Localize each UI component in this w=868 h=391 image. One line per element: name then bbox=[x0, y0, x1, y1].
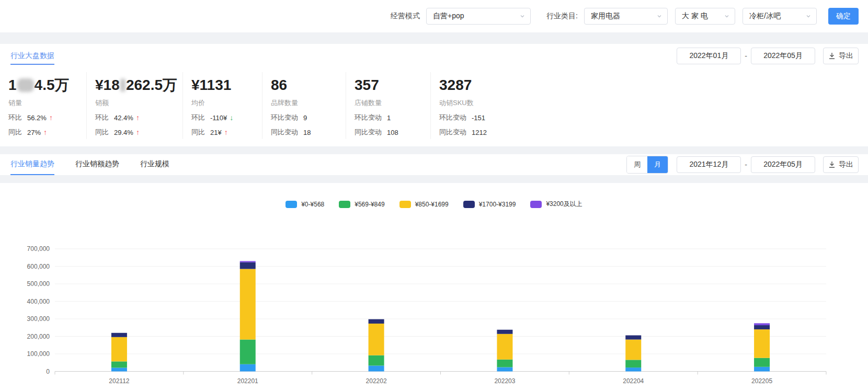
metric-value: 9 bbox=[303, 114, 307, 122]
period-周-button[interactable]: 周 bbox=[627, 156, 647, 173]
bar-segment-202201[interactable] bbox=[240, 269, 256, 340]
bar-segment-202204[interactable] bbox=[625, 340, 641, 360]
legend-label: ¥1700-¥3199 bbox=[479, 201, 516, 208]
kpi-label: 销量 bbox=[8, 98, 81, 108]
bar-segment-202112[interactable] bbox=[111, 333, 127, 337]
bar-segment-202203[interactable] bbox=[497, 330, 512, 334]
bar-segment-202204[interactable] bbox=[625, 360, 641, 367]
kpi-metric: 环比变动9 bbox=[271, 113, 340, 122]
trend-up-icon: ↑ bbox=[43, 128, 47, 136]
bar-segment-202205[interactable] bbox=[754, 329, 770, 358]
kpi-card-均价: ¥1131均价环比-110¥↓同比21¥↑ bbox=[183, 72, 262, 139]
bar-segment-202202[interactable] bbox=[369, 324, 384, 355]
metric-value: 18 bbox=[303, 129, 311, 136]
kpi-card-动销SKU数: 3287动销SKU数环比变动-151同比变动1212 bbox=[431, 72, 556, 139]
metric-value: 108 bbox=[387, 129, 398, 136]
legend-item-2[interactable]: ¥850-¥1699 bbox=[399, 200, 449, 209]
bar-segment-202112[interactable] bbox=[111, 361, 127, 367]
period-toggle: 周月 bbox=[626, 156, 668, 174]
legend-item-3[interactable]: ¥1700-¥3199 bbox=[463, 200, 516, 209]
mode-select-value: 自营+pop bbox=[433, 12, 464, 21]
legend-label: ¥3200及以上 bbox=[546, 200, 582, 209]
kpi-cards: 14.5万销量环比56.2%↑同比27%↑¥18262.5万销额环比42.4%↑… bbox=[0, 68, 868, 139]
bar-segment-202201[interactable] bbox=[240, 340, 256, 364]
bar-segment-202203[interactable] bbox=[497, 367, 512, 371]
chevron-down-icon bbox=[520, 14, 525, 19]
metric-name: 同比变动 bbox=[271, 128, 298, 137]
legend-chip bbox=[285, 201, 297, 208]
x-axis-label: 202204 bbox=[623, 377, 644, 385]
kpi-value: ¥1131 bbox=[191, 75, 257, 95]
metric-name: 环比变动 bbox=[271, 113, 298, 122]
kpi-value: 357 bbox=[355, 75, 425, 95]
metric-name: 环比变动 bbox=[439, 113, 466, 122]
trend-export-button[interactable]: 导出 bbox=[823, 156, 859, 173]
bar-segment-202205[interactable] bbox=[754, 358, 770, 367]
category-select-1[interactable]: 家用电器 bbox=[584, 8, 668, 25]
overview-start-date-input[interactable]: 2022年01月 bbox=[677, 48, 741, 64]
bar-segment-202202[interactable] bbox=[369, 355, 384, 366]
chevron-down-icon bbox=[657, 14, 662, 19]
export-label: 导出 bbox=[839, 51, 853, 61]
category-select-2[interactable]: 大 家 电 bbox=[675, 8, 735, 25]
bar-segment-202201[interactable] bbox=[240, 262, 256, 269]
bar-segment-202112[interactable] bbox=[111, 367, 127, 371]
chevron-down-icon bbox=[806, 14, 811, 19]
export-label: 导出 bbox=[839, 160, 853, 169]
bar-segment-202201[interactable] bbox=[240, 364, 256, 372]
kpi-label: 品牌数量 bbox=[271, 98, 340, 108]
y-axis-label: 100,000 bbox=[27, 350, 50, 358]
trend-down-icon: ↓ bbox=[230, 113, 233, 122]
trend-chart: 700,000600,000500,000400,000300,000200,0… bbox=[0, 244, 868, 388]
bar-segment-202202[interactable] bbox=[369, 365, 384, 371]
bar-segment-202204[interactable] bbox=[625, 367, 641, 371]
date-separator: - bbox=[745, 52, 747, 60]
overview-export-button[interactable]: 导出 bbox=[823, 48, 859, 64]
bar-segment-202205[interactable] bbox=[754, 325, 770, 329]
bar-segment-202201[interactable] bbox=[240, 261, 256, 262]
bar-segment-202202[interactable] bbox=[369, 319, 384, 324]
redacted-blur bbox=[120, 78, 125, 92]
metric-name: 同比 bbox=[8, 128, 22, 137]
legend-label: ¥0-¥568 bbox=[301, 201, 324, 208]
trend-tabs: 行业销量趋势行业销额趋势行业规模 bbox=[10, 154, 190, 175]
kpi-metric: 环比-110¥↓ bbox=[191, 113, 257, 122]
metric-value: 27% bbox=[27, 129, 41, 136]
category-select-1-value: 家用电器 bbox=[591, 12, 620, 21]
kpi-value-text: ¥1131 bbox=[191, 77, 231, 94]
overview-section: 行业大盘数据 2022年01月 - 2022年05月 导出 14.5万销量环比5… bbox=[0, 44, 868, 146]
overview-end-date-input[interactable]: 2022年05月 bbox=[751, 48, 815, 64]
tab-行业规模[interactable]: 行业规模 bbox=[140, 154, 169, 175]
legend-item-0[interactable]: ¥0-¥568 bbox=[285, 200, 324, 209]
legend-item-1[interactable]: ¥569-¥849 bbox=[339, 200, 384, 209]
metric-name: 环比 bbox=[95, 113, 109, 122]
category-select-3[interactable]: 冷柜/冰吧 bbox=[743, 8, 817, 25]
tab-行业销量趋势[interactable]: 行业销量趋势 bbox=[10, 154, 54, 175]
x-axis-label: 202205 bbox=[751, 377, 772, 385]
kpi-metric: 同比变动18 bbox=[271, 128, 340, 137]
bar-segment-202205[interactable] bbox=[754, 367, 770, 372]
confirm-button[interactable]: 确定 bbox=[828, 8, 859, 25]
x-axis-label: 202203 bbox=[494, 377, 515, 385]
bar-segment-202112[interactable] bbox=[111, 337, 127, 362]
bar-segment-202203[interactable] bbox=[497, 360, 512, 367]
y-axis-label: 500,000 bbox=[27, 280, 50, 288]
overview-title-link[interactable]: 行业大盘数据 bbox=[10, 51, 54, 65]
kpi-metric: 环比变动1 bbox=[355, 113, 425, 122]
legend-item-4[interactable]: ¥3200及以上 bbox=[530, 200, 582, 209]
trend-end-date-input[interactable]: 2022年05月 bbox=[751, 156, 815, 173]
x-axis-label: 202201 bbox=[237, 377, 258, 385]
metric-value: -151 bbox=[472, 114, 485, 122]
trend-start-date-input[interactable]: 2021年12月 bbox=[677, 156, 741, 173]
metric-name: 同比变动 bbox=[355, 128, 382, 137]
trend-chart-card: ¥0-¥568¥569-¥849¥850-¥1699¥1700-¥3199¥32… bbox=[0, 183, 868, 391]
download-icon bbox=[828, 52, 836, 60]
bar-segment-202204[interactable] bbox=[625, 335, 641, 339]
kpi-value: 86 bbox=[271, 75, 340, 95]
period-月-button[interactable]: 月 bbox=[647, 156, 668, 173]
bar-segment-202205[interactable] bbox=[754, 323, 770, 325]
tab-行业销额趋势[interactable]: 行业销额趋势 bbox=[75, 154, 119, 175]
bar-segment-202203[interactable] bbox=[497, 334, 512, 360]
mode-select[interactable]: 自营+pop bbox=[426, 8, 531, 25]
metric-name: 环比变动 bbox=[355, 113, 382, 122]
